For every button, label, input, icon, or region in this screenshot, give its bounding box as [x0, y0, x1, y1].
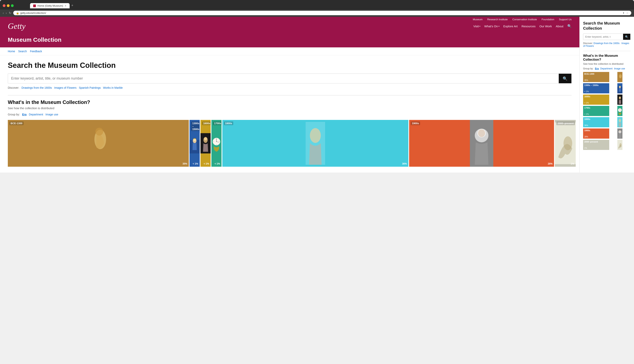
era-bar-2000-present[interactable]: 2000–present 1%: [555, 120, 576, 167]
era-bar-1300s---1500s[interactable]: 1300s – 1500s < 1%: [190, 120, 200, 167]
era-bar-1700s[interactable]: XII III VI IX 1700s < 1%: [212, 120, 222, 167]
expand-icon: ↗: [628, 72, 630, 75]
utility-link-foundation[interactable]: Foundation: [542, 18, 554, 21]
era-bar-1600s[interactable]: 1600s < 1%: [200, 120, 210, 167]
tab-title: Home (Getty Museum): [38, 4, 63, 7]
bookmark-icon: ☆: [626, 12, 628, 14]
expand-icon: ↗: [628, 118, 630, 120]
sidebar-group-by: Group by: Era Department Image use: [583, 67, 630, 70]
expand-icon: ↗: [628, 95, 630, 97]
address-bar: ‹ › ↻ 🔒 getty.edu/art/collection/ ⬆ ☆: [0, 10, 634, 17]
utility-link-research[interactable]: Research Institute: [487, 18, 508, 21]
sidebar-era-row[interactable]: 1700s < 1% ↗ XII III VI IX: [583, 106, 630, 116]
sidebar-groupby-label: Group by:: [583, 67, 594, 70]
era-bar-1900s[interactable]: 1900s 28%: [409, 120, 554, 167]
nav-our-work[interactable]: Our Work: [540, 24, 552, 28]
discover-link-drawings[interactable]: Drawings from the 1600s: [22, 86, 52, 89]
svg-point-23: [310, 128, 321, 143]
sidebar-panel: Search the Museum Collection 🔍 Discover:…: [580, 17, 634, 172]
era-percent: < 1%: [193, 162, 198, 165]
sidebar-era-row[interactable]: 1900s 28% ↗: [583, 128, 630, 138]
svg-point-40: [619, 97, 620, 98]
address-icons: ⬆ ☆: [622, 12, 628, 14]
sidebar-era-row[interactable]: 1300s – 1500s < 1% ↗: [583, 83, 630, 94]
main-content: Museum Research Institute Conservation I…: [0, 17, 580, 172]
page-heading: Search the Museum Collection: [8, 61, 572, 70]
collection-subtext: See how the collection is distributed: [8, 106, 572, 110]
era-bar-bce-1300[interactable]: BCE-1300 35%: [8, 120, 189, 167]
breadcrumb-search[interactable]: Search: [18, 50, 27, 53]
sidebar-discover-link-drawings[interactable]: Drawings from the 1600s: [594, 42, 619, 45]
content-area: Search the Museum Collection 🔍 Discover:…: [0, 55, 580, 172]
nav-resources[interactable]: Resources: [522, 24, 536, 28]
titlebar: Home (Getty Museum) ✕ +: [0, 2, 634, 10]
utility-link-support[interactable]: Support Us: [559, 18, 572, 21]
svg-point-10: [204, 138, 207, 140]
browser-tab[interactable]: Home (Getty Museum) ✕: [30, 3, 70, 8]
era-bar-1800s[interactable]: 1800s 36%: [222, 120, 408, 167]
nav-visit[interactable]: Visit ▾: [473, 24, 480, 28]
era-label: 1900s: [411, 122, 420, 125]
sidebar-group-department[interactable]: Department: [600, 67, 612, 70]
discover-link-spanish[interactable]: Spanish Paintings: [79, 86, 101, 89]
group-by: Group by: Era Department Image use: [8, 113, 572, 116]
hero-title: Museum Collection: [8, 36, 572, 43]
new-tab-button[interactable]: +: [70, 3, 75, 8]
svg-point-57: [619, 130, 620, 132]
era-percent: < 1%: [204, 162, 209, 165]
main-nav: Getty Visit ▾ What's On ▾ Explore Art Re…: [0, 22, 580, 33]
search-input[interactable]: [8, 74, 559, 83]
utility-link-museum[interactable]: Museum: [473, 18, 483, 21]
back-button[interactable]: ‹: [3, 11, 4, 15]
sidebar-group-era[interactable]: Era: [595, 67, 599, 70]
era-percent: < 1%: [214, 162, 220, 165]
discover-label: Discover:: [8, 86, 19, 89]
svg-point-29: [564, 136, 572, 150]
group-by-era[interactable]: Era: [22, 113, 26, 116]
sidebar-collection-heading: What's in the Museum Collection?: [583, 54, 630, 62]
sidebar-group-imageuse[interactable]: Image use: [614, 67, 625, 70]
discover-link-marble[interactable]: Works in Marble: [103, 86, 123, 89]
chevron-down-icon: ▾: [479, 25, 480, 27]
sidebar-era-row[interactable]: BCE-1300 35% ↗: [583, 72, 630, 82]
svg-point-27: [478, 129, 485, 137]
svg-point-37: [619, 86, 620, 86]
sidebar-collection-subtext: See how the collection is distributed: [583, 62, 630, 65]
svg-point-59: [619, 143, 622, 146]
forward-button[interactable]: ›: [6, 11, 7, 15]
url-bar[interactable]: 🔒 getty.edu/art/collection/ ⬆ ☆: [13, 11, 631, 15]
nav-explore-art[interactable]: Explore Art: [503, 24, 518, 28]
nav-whats-on[interactable]: What's On ▾: [484, 24, 500, 28]
search-button[interactable]: 🔍: [559, 74, 572, 83]
sidebar-era-row[interactable]: 2000–present 1% ↗: [583, 140, 630, 150]
svg-point-32: [619, 74, 621, 76]
era-label: 1600s: [202, 122, 210, 125]
utility-link-conservation[interactable]: Conservation Institute: [512, 18, 537, 21]
reload-button[interactable]: ↻: [9, 11, 11, 15]
sidebar-era-row[interactable]: 1800s 36% ↗: [583, 117, 630, 127]
tab-bar: Home (Getty Museum) ✕ +: [27, 3, 78, 8]
group-by-image-use[interactable]: Image use: [46, 113, 58, 116]
era-bars: BCE-1300 35% 1300s – 1500s < 1% 1600s < …: [8, 120, 572, 167]
search-icon[interactable]: 🔍: [567, 24, 572, 28]
breadcrumb-feedback[interactable]: Feedback: [30, 50, 42, 53]
group-by-department[interactable]: Department: [29, 113, 43, 116]
breadcrumb-home[interactable]: Home: [8, 50, 15, 53]
sidebar-era-rows: BCE-1300 35% ↗ 1300s – 1500s < 1% ↗ 1600…: [583, 72, 630, 150]
hero-band: Museum Collection: [0, 33, 580, 48]
discover-link-flowers[interactable]: Images of Flowers: [54, 86, 76, 89]
nav-about[interactable]: About: [556, 24, 564, 28]
sidebar-era-row[interactable]: 1600s < 1% ↗: [583, 94, 630, 105]
svg-text:VI: VI: [216, 144, 217, 145]
getty-logo[interactable]: Getty: [8, 22, 26, 30]
minimize-button[interactable]: [7, 4, 10, 7]
close-button[interactable]: [3, 4, 6, 7]
svg-point-53: [618, 119, 621, 122]
svg-point-7: [193, 138, 196, 139]
era-label: BCE-1300: [9, 122, 24, 125]
sidebar-search-button[interactable]: 🔍: [623, 34, 630, 40]
era-percent: 1%: [571, 162, 574, 165]
maximize-button[interactable]: [11, 4, 14, 7]
sidebar-search-input[interactable]: [583, 34, 623, 40]
tab-close-button[interactable]: ✕: [64, 4, 66, 7]
